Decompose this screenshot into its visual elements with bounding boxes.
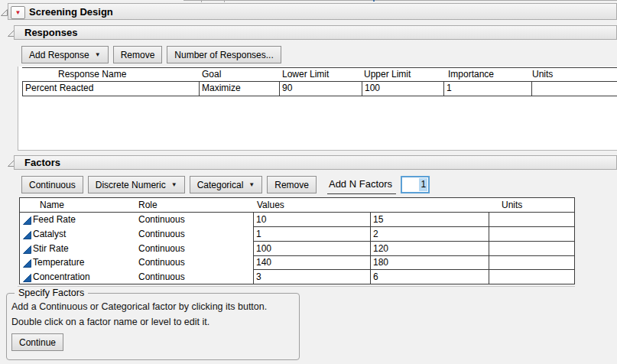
categorical-label: Categorical bbox=[197, 180, 244, 190]
col-header-values: Values bbox=[257, 199, 284, 212]
factor-role-cell[interactable]: Continuous bbox=[138, 242, 185, 255]
factor-value-low-cell[interactable]: 1 bbox=[256, 227, 261, 241]
col-header-importance: Importance bbox=[448, 68, 494, 81]
add-n-factors-value: 1 bbox=[419, 178, 427, 191]
factor-value-low-cell[interactable]: 3 bbox=[256, 270, 261, 284]
responses-section-header[interactable]: Responses bbox=[14, 25, 617, 40]
col-header-lower-limit: Lower Limit bbox=[282, 68, 329, 81]
instructions-line-2: Double click on a factor name or level t… bbox=[11, 317, 209, 327]
col-header-upper-limit: Upper Limit bbox=[364, 68, 411, 81]
clipped-content-tick bbox=[201, 0, 202, 2]
instructions-line-1: Add a Continuous or Categorical factor b… bbox=[11, 301, 267, 312]
factor-name-cell[interactable]: Temperature bbox=[33, 256, 84, 269]
discrete-numeric-label: Discrete Numeric bbox=[96, 180, 166, 190]
factor-name-cell[interactable]: Concentration bbox=[33, 270, 90, 284]
add-n-factors-label: Add N Factors bbox=[327, 176, 396, 194]
factor-row: Stir Rate Continuous 100 120 bbox=[20, 242, 574, 255]
factor-name-cell[interactable]: Stir Rate bbox=[33, 242, 69, 255]
response-row: Percent Reacted Maximize 90 100 1 bbox=[22, 81, 617, 96]
screening-design-window: ▼ Screening Design Responses Add Respons… bbox=[0, 0, 617, 364]
add-response-label: Add Response bbox=[29, 50, 89, 60]
response-goal-cell[interactable]: Maximize bbox=[199, 82, 279, 96]
chevron-down-icon: ▼ bbox=[248, 182, 255, 188]
factor-value-high-cell[interactable]: 6 bbox=[373, 270, 378, 284]
factors-table-shadow bbox=[18, 286, 575, 287]
factor-row: Temperature Continuous 140 180 bbox=[20, 256, 574, 269]
factor-value-high-cell[interactable]: 15 bbox=[373, 213, 383, 226]
col-header-goal: Goal bbox=[202, 68, 221, 81]
factor-role-cell[interactable]: Continuous bbox=[138, 213, 185, 226]
response-importance-cell[interactable]: 1 bbox=[443, 82, 531, 96]
factor-row: Catalyst Continuous 1 2 bbox=[20, 227, 574, 241]
response-name-cell[interactable]: Percent Reacted bbox=[23, 82, 199, 96]
factor-value-high-cell[interactable]: 2 bbox=[373, 227, 378, 241]
factor-role-cell[interactable]: Continuous bbox=[138, 270, 185, 284]
factor-value-high-cell[interactable]: 180 bbox=[373, 256, 388, 269]
remove-response-button[interactable]: Remove bbox=[113, 46, 163, 63]
add-response-button[interactable]: Add Response ▼ bbox=[21, 46, 109, 63]
categorical-button[interactable]: Categorical ▼ bbox=[190, 176, 263, 193]
specify-factors-panel: Specify Factors Add a Continuous or Cate… bbox=[6, 293, 300, 360]
discrete-numeric-button[interactable]: Discrete Numeric ▼ bbox=[88, 176, 185, 193]
clipped-content-tick bbox=[224, 0, 225, 2]
continue-label: Continue bbox=[19, 337, 56, 348]
col-header-role: Role bbox=[138, 199, 157, 212]
factors-title: Factors bbox=[24, 156, 60, 171]
clipped-content-edge bbox=[183, 0, 617, 1]
number-of-responses-button[interactable]: Number of Responses... bbox=[167, 46, 281, 63]
response-lower-limit-cell[interactable]: 90 bbox=[279, 82, 362, 96]
responses-table: Response Name Goal Lower Limit Upper Lim… bbox=[18, 67, 617, 151]
continuous-button[interactable]: Continuous bbox=[21, 176, 83, 193]
add-n-factors-input[interactable]: 1 bbox=[401, 176, 430, 193]
col-header-response-name: Response Name bbox=[58, 68, 126, 81]
factor-value-low-cell[interactable]: 140 bbox=[256, 256, 271, 269]
col-header-units: Units bbox=[532, 68, 553, 81]
factor-row: Concentration Continuous 3 6 bbox=[20, 270, 574, 284]
chevron-down-icon: ▼ bbox=[171, 182, 177, 188]
col-header-name: Name bbox=[40, 199, 64, 212]
remove-response-label: Remove bbox=[121, 50, 155, 60]
number-of-responses-label: Number of Responses... bbox=[174, 50, 273, 60]
factor-role-cell[interactable]: Continuous bbox=[138, 256, 185, 269]
screening-design-header[interactable]: ▼ Screening Design bbox=[8, 3, 617, 20]
factors-table: Name Role Values Units Feed Rate Continu… bbox=[19, 197, 575, 284]
chevron-down-icon: ▼ bbox=[95, 52, 101, 58]
remove-factor-label: Remove bbox=[274, 180, 309, 190]
continuous-factor-icon bbox=[23, 272, 31, 286]
continuous-label: Continuous bbox=[29, 180, 76, 190]
specify-factors-title: Specify Factors bbox=[15, 288, 88, 298]
response-units-cell[interactable] bbox=[531, 82, 617, 96]
factor-value-low-cell[interactable]: 10 bbox=[256, 213, 266, 226]
continue-button[interactable]: Continue bbox=[11, 333, 63, 351]
col-header-factor-units: Units bbox=[502, 199, 522, 212]
factors-section-header[interactable]: Factors bbox=[14, 155, 617, 170]
responses-title: Responses bbox=[24, 26, 77, 41]
red-triangle-menu-button[interactable]: ▼ bbox=[11, 6, 25, 19]
factor-value-high-cell[interactable]: 120 bbox=[373, 242, 388, 255]
factor-value-low-cell[interactable]: 100 bbox=[256, 242, 271, 255]
factor-name-cell[interactable]: Catalyst bbox=[33, 227, 66, 241]
page-title: Screening Design bbox=[29, 4, 113, 21]
remove-factor-button[interactable]: Remove bbox=[267, 176, 317, 193]
red-triangle-icon: ▼ bbox=[15, 10, 21, 16]
factor-row: Feed Rate Continuous 10 15 bbox=[20, 213, 574, 226]
factor-role-cell[interactable]: Continuous bbox=[138, 227, 185, 241]
disclosure-open-icon[interactable] bbox=[1, 8, 8, 18]
factor-name-cell[interactable]: Feed Rate bbox=[33, 213, 76, 226]
response-upper-limit-cell[interactable]: 100 bbox=[362, 82, 443, 96]
clipped-content-tick bbox=[373, 0, 375, 2]
